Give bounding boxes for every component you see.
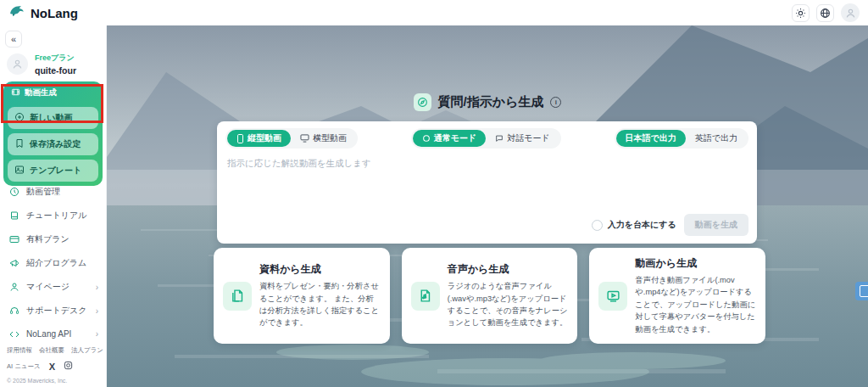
checkbox-circle-icon: [592, 220, 603, 231]
headset-icon: [8, 306, 19, 317]
sidebar-item-video-management[interactable]: 動画管理: [0, 180, 107, 204]
toggle-normal-mode[interactable]: 通常モード: [413, 130, 486, 147]
sidebar-item-referral-program[interactable]: 紹介プログラム: [0, 251, 107, 275]
plan-badge: Freeプラン: [35, 53, 76, 64]
sidebar-collapse-button[interactable]: «: [5, 31, 22, 48]
orientation-toggle: 縦型動画 横型動画: [225, 128, 358, 149]
sidebar-menu: 動画管理 チュートリアル 有料プラン: [0, 180, 107, 345]
brand-logo[interactable]: NoLang: [8, 3, 78, 23]
circle-icon: [422, 134, 431, 143]
chevron-right-icon: ›: [96, 329, 98, 339]
feedback-widget-button[interactable]: [855, 282, 868, 300]
prompt-actions: 入力を台本にする 動画を生成: [592, 214, 748, 236]
sidebar-item-template[interactable]: テンプレート: [8, 160, 98, 182]
chevron-right-icon: ›: [96, 306, 98, 316]
prompt-textarea[interactable]: [225, 156, 747, 216]
info-icon[interactable]: i: [550, 97, 561, 108]
sidebar-footer: 採用情報 会社概要 法人プラン AI ニュース X © 2025 Maveric…: [7, 346, 103, 384]
footer-link-careers[interactable]: 採用情報: [7, 346, 32, 355]
document-icon: [223, 282, 252, 311]
toggle-row: 縦型動画 横型動画: [225, 128, 748, 149]
sidebar-item-tutorial[interactable]: チュートリアル: [0, 204, 107, 227]
sidebar-item-paid-plan[interactable]: 有料プラン: [0, 227, 107, 251]
user-avatar-icon: [7, 53, 28, 75]
footer-link-ai-news[interactable]: AI ニュース: [7, 362, 41, 371]
bookmark-icon: [14, 138, 25, 150]
audio-file-icon: [411, 282, 440, 311]
plus-circle-icon: [14, 112, 25, 124]
main-content: 質問/指示から生成 i 縦型動画: [107, 25, 868, 387]
film-icon: [11, 87, 20, 98]
user-icon: [8, 282, 19, 293]
brand-name: NoLang: [31, 6, 78, 20]
user-profile[interactable]: Freeプラン quite-four: [7, 53, 76, 76]
phone-icon: [236, 134, 244, 143]
template-icon: [14, 165, 25, 177]
sidebar-item-my-page[interactable]: マイページ ›: [0, 275, 107, 299]
sidebar-item-nolang-api[interactable]: NoLang API ›: [0, 322, 107, 345]
card-generate-from-documents[interactable]: 資料から生成 資料をプレゼン・要約・分析させることができます。 また、分析は分析…: [214, 248, 390, 344]
chevron-right-icon: ›: [96, 283, 98, 292]
copyright: © 2025 Mavericks, Inc.: [7, 378, 103, 384]
toggle-english-output[interactable]: 英語で出力: [686, 130, 747, 147]
sidebar: « Freeプラン quite-four 動画生成: [0, 25, 107, 387]
use-input-as-script-checkbox[interactable]: 入力を台本にする: [592, 219, 676, 231]
code-icon: [8, 328, 19, 339]
output-language-toggle: 日本語で出力 英語で出力: [615, 128, 748, 149]
referral-icon: [8, 258, 19, 269]
header-actions: [792, 3, 860, 22]
nolang-app: NoLang «: [0, 0, 868, 387]
card-generate-from-video[interactable]: 動画から生成 音声付き動画ファイル(.movや.mp4など)をアップロードするこ…: [589, 248, 765, 344]
brightness-icon[interactable]: [792, 4, 810, 22]
prompt-input-card: 縦型動画 横型動画: [217, 121, 757, 244]
footer-link-company[interactable]: 会社概要: [39, 346, 64, 355]
profile-avatar-icon[interactable]: [841, 3, 860, 22]
page-title: 質問/指示から生成: [438, 94, 544, 110]
book-icon: [8, 210, 19, 222]
history-icon: [8, 187, 19, 198]
chat-bubble-icon: [495, 134, 504, 143]
card-generate-from-audio[interactable]: 音声から生成 ラジオのような音声ファイル(.wavや.mp3など)をアップロード…: [402, 248, 578, 344]
widget-icon: [860, 285, 868, 297]
dolphin-logo-icon: [8, 3, 25, 23]
sidebar-item-saved-settings[interactable]: 保存済み設定: [8, 133, 98, 155]
generate-compass-icon: [414, 93, 431, 111]
page-title-row: 質問/指示から生成 i: [107, 93, 868, 111]
sidebar-item-new-video[interactable]: 新しい動画: [8, 107, 98, 129]
username: quite-four: [35, 65, 76, 76]
toggle-japanese-output[interactable]: 日本語で出力: [616, 130, 686, 147]
x-twitter-icon[interactable]: X: [49, 362, 55, 372]
generation-group-header: 動画生成: [8, 86, 98, 103]
footer-link-corporate-plan[interactable]: 法人プラン: [71, 346, 103, 355]
video-file-icon: [598, 282, 627, 311]
toggle-horizontal-video[interactable]: 横型動画: [291, 130, 356, 147]
globe-icon[interactable]: [816, 4, 834, 22]
generate-video-button[interactable]: 動画を生成: [684, 214, 748, 236]
generation-source-cards: 資料から生成 資料をプレゼン・要約・分析させることができます。 また、分析は分析…: [214, 248, 765, 344]
mode-toggle: 通常モード 対話モード: [411, 128, 561, 149]
monitor-icon: [300, 134, 309, 143]
instagram-icon[interactable]: [64, 361, 73, 372]
video-generation-group: 動画生成 新しい動画 保存済み設定: [3, 81, 103, 186]
card-icon: [8, 234, 19, 245]
sidebar-item-support-desk[interactable]: サポートデスク ›: [0, 299, 107, 322]
toggle-vertical-video[interactable]: 縦型動画: [227, 130, 291, 147]
top-header: NoLang: [0, 0, 868, 25]
toggle-dialogue-mode[interactable]: 対話モード: [486, 130, 559, 147]
